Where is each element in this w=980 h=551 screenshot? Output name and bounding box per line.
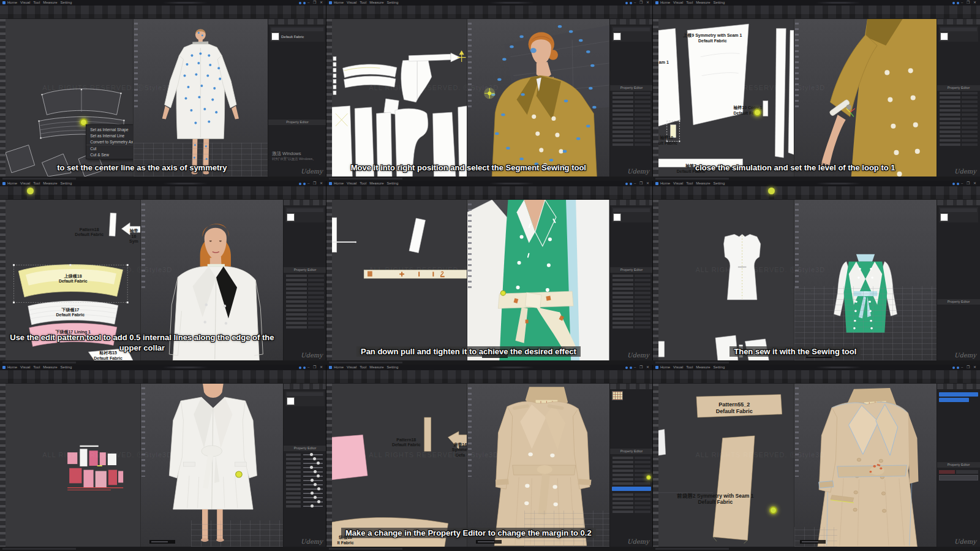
account-icon[interactable] (952, 367, 955, 369)
panel-tabs[interactable] (610, 19, 653, 25)
account-icon[interactable] (299, 2, 301, 4)
pattern-2d-canvas[interactable] (6, 384, 140, 547)
viewport-3d[interactable] (794, 200, 937, 360)
cloud-icon[interactable] (303, 2, 306, 4)
menu-item[interactable]: Cut & Sew (86, 151, 133, 158)
viewport-3d[interactable] (133, 19, 268, 177)
account-icon[interactable] (625, 2, 628, 4)
property-rows[interactable] (611, 455, 652, 485)
toolbar[interactable] (653, 6, 980, 19)
account-icon[interactable] (299, 367, 301, 369)
property-editor-header[interactable]: Property Editor (937, 462, 980, 468)
menu-bar[interactable]: HomeVisualToolMeasureSetting (660, 365, 725, 370)
fabric-swatch[interactable] (940, 32, 948, 40)
2d-tool-strip[interactable] (653, 384, 658, 547)
3d-tool-strip[interactable] (795, 203, 799, 292)
panel-tabs[interactable] (610, 384, 653, 389)
pattern-2d-canvas[interactable]: Set as Internal Shape Set as Internal Li… (6, 19, 133, 177)
pattern-2d-canvas[interactable] (658, 200, 794, 360)
menu-bar[interactable]: HomeVisualToolMeasureSetting (7, 365, 72, 370)
gold-coat[interactable] (830, 19, 937, 177)
toolbar[interactable] (326, 370, 653, 384)
panel-tabs[interactable] (268, 19, 326, 25)
menu-item[interactable]: Set as Internal Shape (86, 126, 133, 132)
cloud-icon[interactable] (957, 183, 959, 185)
menu-item[interactable]: Convert to Symmetry Axis (86, 139, 133, 145)
2d-tool-strip[interactable] (326, 200, 332, 360)
3d-tool-strip[interactable] (468, 23, 472, 109)
property-editor-header[interactable]: Property Editor (284, 446, 326, 451)
viewport-3d[interactable] (467, 19, 609, 177)
fabric-swatch[interactable] (613, 32, 621, 40)
window-controls[interactable]: – ❐ ✕ (961, 365, 978, 370)
window-controls[interactable]: – ❐ ✕ (307, 365, 324, 370)
tan-trench-coat-3q[interactable] (818, 388, 919, 547)
menu-bar[interactable]: HomeVisualToolMeasureSetting (334, 0, 398, 6)
property-rows[interactable] (285, 273, 325, 329)
selected-scene-item[interactable] (939, 398, 969, 402)
3d-tool-strip[interactable] (468, 387, 472, 477)
toolbar[interactable] (653, 370, 980, 384)
3d-tool-strip[interactable] (795, 387, 799, 477)
account-icon[interactable] (952, 183, 955, 185)
menu-bar[interactable]: HomeVisualToolMeasureSetting (334, 181, 398, 186)
window-controls[interactable]: – ❐ ✕ (634, 365, 650, 370)
viewport-3d[interactable] (140, 384, 283, 547)
menu-item[interactable]: Cut (86, 145, 133, 151)
panel-tabs[interactable] (937, 384, 980, 389)
pattern-pieces[interactable] (658, 234, 769, 360)
menu-bar[interactable]: HomeVisualToolMeasureSetting (7, 181, 72, 186)
window-controls[interactable]: – ❐ ✕ (961, 181, 978, 186)
cloud-icon[interactable] (630, 2, 632, 4)
2d-tool-strip[interactable] (653, 200, 658, 360)
property-editor-header[interactable]: Property Editor (284, 267, 326, 273)
account-icon[interactable] (625, 367, 628, 369)
property-rows[interactable] (611, 492, 652, 514)
panel-button[interactable] (939, 475, 978, 481)
account-icon[interactable] (625, 183, 628, 185)
toolbar[interactable] (0, 186, 326, 200)
toolbar[interactable] (326, 6, 653, 19)
window-controls[interactable]: – ❐ ✕ (634, 0, 650, 6)
fabric-swatch[interactable] (287, 213, 295, 221)
property-editor-header[interactable]: Property Editor (610, 85, 653, 91)
pattern-2d-canvas[interactable]: Pattern18 Default Fabric 肩带16 Symmet Def… (332, 384, 467, 547)
3d-tool-strip[interactable] (134, 23, 138, 109)
2d-tool-strip[interactable] (0, 200, 6, 360)
toolbar[interactable] (653, 186, 980, 200)
selected-scene-item[interactable] (939, 392, 978, 397)
3d-tool-strip[interactable] (141, 203, 145, 292)
property-editor-header[interactable]: Property Editor (610, 267, 653, 273)
viewport-3d[interactable] (794, 19, 937, 177)
panel-tabs[interactable] (284, 384, 326, 389)
cloud-icon[interactable] (303, 183, 306, 185)
cloud-icon[interactable] (957, 2, 959, 4)
viewport-3d[interactable] (467, 200, 609, 360)
menu-item[interactable]: Set as Internal Line (86, 132, 133, 139)
panel-tabs[interactable] (610, 200, 653, 205)
viewport-3d[interactable] (794, 384, 937, 547)
panel-tabs[interactable] (937, 200, 980, 205)
2d-tool-strip[interactable] (0, 19, 6, 177)
2d-tool-strip[interactable] (326, 384, 332, 547)
3d-tool-strip[interactable] (795, 23, 799, 109)
pattern-2d-canvas[interactable] (332, 19, 467, 177)
pattern-2d-canvas[interactable]: Pattern55_2 Default Fabric 前袋唇2 Symmetry… (658, 384, 794, 547)
avatar-head[interactable] (200, 224, 231, 269)
window-controls[interactable]: – ❐ ✕ (634, 181, 650, 186)
account-icon[interactable] (299, 183, 301, 185)
pattern-pieces[interactable] (658, 24, 794, 167)
fabric-swatch[interactable] (940, 213, 948, 221)
window-controls[interactable]: – ❐ ✕ (307, 0, 324, 6)
toolbar[interactable] (326, 186, 653, 200)
toolbar[interactable] (0, 6, 326, 19)
2d-tool-strip[interactable] (326, 19, 332, 177)
cloud-icon[interactable] (957, 367, 959, 369)
fabric-swatch[interactable] (271, 32, 279, 40)
white-coat[interactable] (165, 44, 236, 139)
property-sliders[interactable] (285, 452, 325, 508)
plaid-fabric-thumbnail[interactable] (612, 391, 623, 400)
menu-bar[interactable]: HomeVisualToolMeasureSetting (660, 0, 725, 6)
menu-bar[interactable]: HomeVisualToolMeasureSetting (660, 181, 725, 186)
fabric-swatch[interactable] (287, 397, 295, 405)
